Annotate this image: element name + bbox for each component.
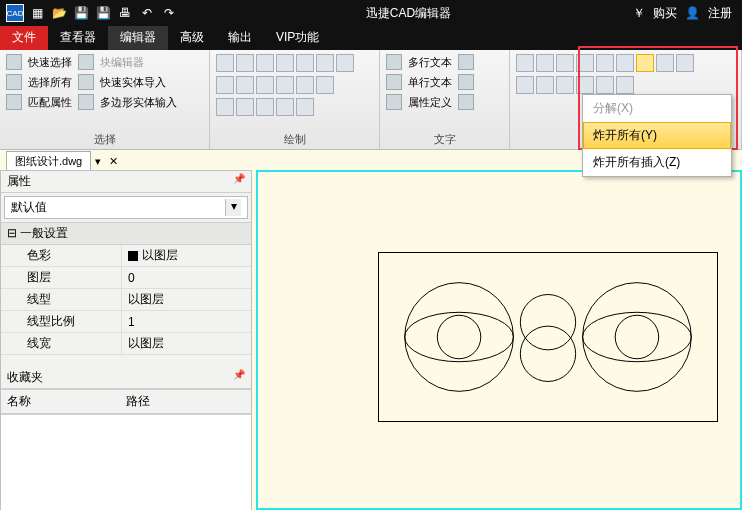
undo-icon[interactable]: ↶ <box>138 4 156 22</box>
insert-icon[interactable] <box>336 54 354 72</box>
svg-point-3 <box>520 295 575 350</box>
xline-icon[interactable] <box>236 98 254 116</box>
circle-icon[interactable] <box>216 76 234 94</box>
explode-icon[interactable] <box>636 54 654 72</box>
poly-input-btn[interactable]: 多边形实体输入 <box>100 95 177 110</box>
ray-icon[interactable] <box>216 98 234 116</box>
stretch-icon[interactable] <box>616 54 634 72</box>
open-icon[interactable]: 📂 <box>50 4 68 22</box>
default-select[interactable]: 默认值 ▾ <box>4 196 248 219</box>
svg-point-4 <box>520 326 575 381</box>
hatch-icon[interactable] <box>316 54 334 72</box>
poly-icon <box>78 94 94 110</box>
file-tab-bar: 图纸设计.dwg ▾ ✕ <box>6 150 122 172</box>
tab-editor[interactable]: 编辑器 <box>108 26 168 50</box>
panel-text: 多行文本 单行文本 属性定义 文字 <box>380 50 510 149</box>
svg-point-5 <box>583 283 692 392</box>
mirror-icon[interactable] <box>576 54 594 72</box>
favorites-list <box>1 414 251 510</box>
tab-file[interactable]: 文件 <box>0 26 48 50</box>
col-path[interactable]: 路径 <box>126 393 245 410</box>
file-tab[interactable]: 图纸设计.dwg <box>6 151 91 172</box>
tab-dropdown-icon[interactable]: ▾ <box>91 155 105 168</box>
saveall-icon[interactable]: 💾 <box>94 4 112 22</box>
draw-tools-row3 <box>216 98 366 116</box>
match-props-btn[interactable]: 匹配属性 <box>28 95 72 110</box>
attdef-btn[interactable]: 属性定义 <box>408 95 452 110</box>
join-icon[interactable] <box>616 76 634 94</box>
tolerance-icon[interactable] <box>458 94 474 110</box>
menu-explode-all-insert[interactable]: 炸开所有插入(Z) <box>583 149 731 176</box>
region-icon[interactable] <box>276 98 294 116</box>
offset-icon[interactable] <box>536 76 554 94</box>
mtext-btn[interactable]: 多行文本 <box>408 55 452 70</box>
menu-explode[interactable]: 分解(X) <box>583 95 731 122</box>
dim-icon[interactable] <box>458 54 474 70</box>
tab-vip[interactable]: VIP功能 <box>264 26 331 50</box>
svg-point-1 <box>405 312 514 361</box>
register-link[interactable]: 注册 <box>708 5 732 22</box>
properties-sidebar: 属性 📌 默认值 ▾ ⊟ 一般设置 色彩以图层 图层0 线型以图层 线型比例1 … <box>0 170 252 510</box>
prop-color[interactable]: 色彩以图层 <box>1 245 251 267</box>
revcloud-icon[interactable] <box>316 76 334 94</box>
col-name[interactable]: 名称 <box>7 393 126 410</box>
quick-import-btn[interactable]: 快速实体导入 <box>100 75 166 90</box>
polyline-icon[interactable] <box>236 54 254 72</box>
prop-layer[interactable]: 图层0 <box>1 267 251 289</box>
line-icon[interactable] <box>216 54 234 72</box>
ribbon-tabs: 文件 查看器 编辑器 高级 输出 VIP功能 <box>0 26 742 50</box>
polygon-icon[interactable] <box>276 54 294 72</box>
tab-advanced[interactable]: 高级 <box>168 26 216 50</box>
extend-icon[interactable] <box>676 54 694 72</box>
spline-icon[interactable] <box>296 54 314 72</box>
user-icon: 👤 <box>685 6 700 20</box>
cad-icon[interactable]: CAD <box>6 4 24 22</box>
table-icon[interactable] <box>296 98 314 116</box>
prop-lineweight[interactable]: 线宽以图层 <box>1 333 251 355</box>
match-icon <box>6 94 22 110</box>
rotate-icon[interactable] <box>556 54 574 72</box>
save-icon[interactable]: 💾 <box>72 4 90 22</box>
print-icon[interactable]: 🖶 <box>116 4 134 22</box>
trim-icon[interactable] <box>656 54 674 72</box>
scale-icon[interactable] <box>596 54 614 72</box>
drawing-canvas[interactable] <box>256 170 742 510</box>
rect-icon[interactable] <box>256 54 274 72</box>
tab-viewer[interactable]: 查看器 <box>48 26 108 50</box>
point-icon[interactable] <box>296 76 314 94</box>
new-icon[interactable]: ▦ <box>28 4 46 22</box>
fav-pin-icon[interactable]: 📌 <box>233 369 245 386</box>
block-editor-btn[interactable]: 块编辑器 <box>100 55 144 70</box>
panel-draw: 绘制 <box>210 50 380 149</box>
panel-draw-label: 绘制 <box>216 130 373 147</box>
modify-row1 <box>516 54 735 72</box>
menu-explode-all[interactable]: 炸开所有(Y) <box>583 122 731 149</box>
quick-select-btn[interactable]: 快速选择 <box>28 55 72 70</box>
pin-icon[interactable]: 📌 <box>233 173 245 190</box>
move-icon[interactable] <box>516 54 534 72</box>
modify-row2 <box>516 76 735 94</box>
prop-ltscale[interactable]: 线型比例1 <box>1 311 251 333</box>
general-category[interactable]: ⊟ 一般设置 <box>1 222 251 245</box>
prop-linetype[interactable]: 线型以图层 <box>1 289 251 311</box>
props-header: 属性 📌 <box>1 171 251 193</box>
favorites-columns: 名称 路径 <box>1 389 251 414</box>
array-icon[interactable] <box>516 76 534 94</box>
stext-btn[interactable]: 单行文本 <box>408 75 452 90</box>
leader-icon[interactable] <box>458 74 474 90</box>
buy-link[interactable]: 购买 <box>653 5 677 22</box>
redo-icon[interactable]: ↷ <box>160 4 178 22</box>
chamfer-icon[interactable] <box>576 76 594 94</box>
ellipse-icon[interactable] <box>256 76 274 94</box>
stext-icon <box>386 74 402 90</box>
quick-access-toolbar: CAD ▦ 📂 💾 💾 🖶 ↶ ↷ <box>0 4 184 22</box>
tab-output[interactable]: 输出 <box>216 26 264 50</box>
mline-icon[interactable] <box>256 98 274 116</box>
break-icon[interactable] <box>596 76 614 94</box>
fillet-icon[interactable] <box>556 76 574 94</box>
select-all-btn[interactable]: 选择所有 <box>28 75 72 90</box>
tab-close-icon[interactable]: ✕ <box>105 155 122 168</box>
copy-icon[interactable] <box>536 54 554 72</box>
arc-icon[interactable] <box>236 76 254 94</box>
donut-icon[interactable] <box>276 76 294 94</box>
